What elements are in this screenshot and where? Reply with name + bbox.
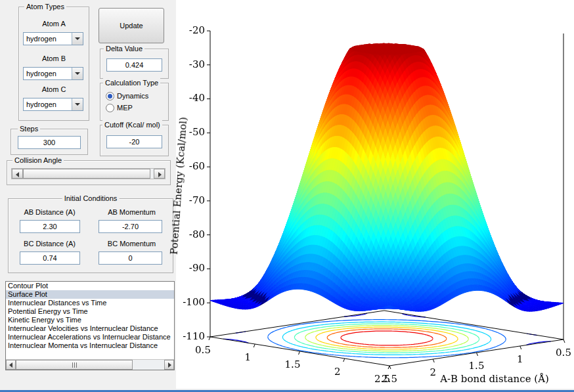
- atom-c-dropdown-button[interactable]: [72, 98, 83, 110]
- scrollbar-thumb[interactable]: [16, 360, 133, 370]
- x-axis-label: A-B bond distance (Å): [440, 373, 549, 385]
- cutoff-group: Cutoff (Kcal/ mol): [100, 125, 169, 156]
- atom-c-value: hydrogen: [26, 100, 56, 108]
- arrow-right-icon: [168, 362, 171, 368]
- scrollbar-right-button[interactable]: [164, 360, 174, 370]
- listbox-horizontal-scrollbar[interactable]: [6, 359, 174, 370]
- ab-momentum-label: AB Momentum: [91, 208, 173, 216]
- atom-c-select[interactable]: hydrogen: [23, 98, 83, 111]
- list-item[interactable]: Internuclear Distances vs Time: [6, 299, 174, 307]
- atom-b-dropdown-button[interactable]: [72, 68, 83, 79]
- mep-radio-label: MEP: [117, 104, 133, 112]
- steps-title: Steps: [18, 124, 40, 133]
- atom-a-select[interactable]: hydrogen: [23, 32, 83, 45]
- list-item[interactable]: Contour Plot: [6, 282, 174, 290]
- initial-conditions-title: Initial Conditions: [62, 194, 120, 203]
- arrow-left-icon: [9, 362, 12, 368]
- atom-b-value: hydrogen: [26, 70, 56, 77]
- ab-momentum-field[interactable]: [99, 220, 162, 233]
- calculation-type-title: Calculation Type: [103, 78, 160, 87]
- list-item[interactable]: Kinetic Energy vs Time: [6, 316, 174, 324]
- delta-value-field[interactable]: [106, 58, 162, 72]
- bc-distance-field[interactable]: [20, 251, 80, 265]
- dropdown-arrow-icon: [75, 72, 80, 75]
- plot-type-listbox[interactable]: Contour Plot Surface Plot Internuclear D…: [5, 281, 175, 370]
- radio-circle-icon: [106, 92, 114, 100]
- dynamics-radio-label: Dynamics: [117, 92, 148, 100]
- list-item[interactable]: Surface Plot: [6, 290, 174, 299]
- atom-types-group: Atom Types Atom A hydrogen Atom B hydrog…: [18, 7, 89, 121]
- ab-distance-field[interactable]: [20, 220, 80, 233]
- slider-thumb[interactable]: [23, 169, 150, 179]
- cutoff-field[interactable]: [106, 135, 162, 148]
- arrow-right-icon: [158, 172, 162, 177]
- bc-momentum-label: BC Momentum: [91, 240, 173, 248]
- bc-momentum-field[interactable]: [99, 251, 162, 265]
- list-item[interactable]: Internuclear Velocities vs Internuclear …: [6, 324, 174, 333]
- arrow-left-icon: [16, 172, 19, 177]
- steps-group: Steps: [11, 129, 88, 155]
- collision-angle-title: Collision Angle: [12, 156, 64, 165]
- cutoff-title: Cutoff (Kcal/ mol): [102, 120, 162, 129]
- plot-figure: Potential Energy (Kcal/mol) A-B bond dis…: [176, 0, 574, 389]
- dropdown-arrow-icon: [75, 37, 80, 40]
- list-item[interactable]: Potential Energy vs Time: [6, 307, 174, 316]
- ab-distance-label: AB Distance (A): [9, 208, 91, 216]
- delta-value-group: Delta Value: [100, 49, 169, 79]
- bc-distance-label: BC Distance (A): [9, 240, 91, 248]
- atom-a-value: hydrogen: [26, 35, 56, 43]
- collision-angle-slider[interactable]: [11, 168, 166, 179]
- radio-circle-icon: [106, 104, 114, 112]
- atom-a-label: Atom A: [19, 20, 89, 28]
- dropdown-arrow-icon: [75, 103, 80, 106]
- steps-field[interactable]: [18, 136, 81, 149]
- thumb-grip-icon: [74, 362, 75, 368]
- list-item[interactable]: Internuclear Momenta vs Internuclear Dis…: [6, 341, 174, 350]
- list-item[interactable]: Internuclear Accelerations vs Internucle…: [6, 333, 174, 341]
- update-button[interactable]: Update: [99, 8, 164, 43]
- atom-a-dropdown-button[interactable]: [72, 33, 83, 45]
- dynamics-radio[interactable]: Dynamics: [106, 91, 148, 100]
- potential-energy-surface-plot: [176, 0, 574, 389]
- atom-b-select[interactable]: hydrogen: [23, 67, 83, 80]
- atom-types-title: Atom Types: [24, 2, 66, 11]
- atom-c-label: Atom C: [19, 85, 89, 93]
- calculation-type-group: Calculation Type Dynamics MEP: [100, 83, 169, 121]
- initial-conditions-group: Initial Conditions AB Distance (A) AB Mo…: [8, 198, 173, 273]
- atom-b-label: Atom B: [19, 54, 89, 62]
- slider-left-button[interactable]: [12, 169, 23, 179]
- mep-radio[interactable]: MEP: [106, 103, 133, 112]
- scrollbar-left-button[interactable]: [6, 360, 16, 370]
- collision-angle-group: Collision Angle: [7, 160, 171, 185]
- app-window: { "panel": { "atom_types": { "title": "A…: [0, 0, 574, 392]
- delta-value-title: Delta Value: [104, 44, 144, 53]
- slider-right-button[interactable]: [154, 169, 165, 179]
